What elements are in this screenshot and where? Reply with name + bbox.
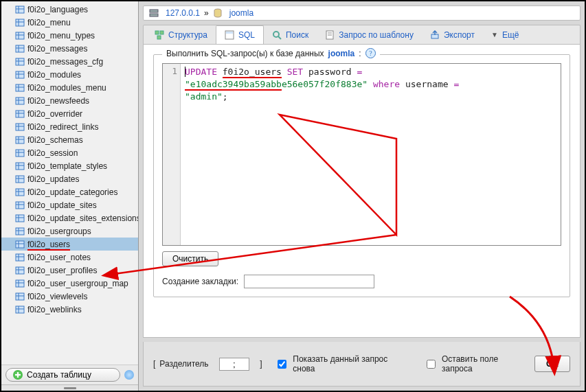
svg-rect-39: [16, 176, 24, 183]
tab-sql[interactable]: SQL: [216, 25, 264, 45]
table-icon: [15, 161, 25, 171]
table-icon: [15, 187, 25, 197]
svg-rect-76: [160, 31, 164, 34]
svg-line-81: [278, 36, 281, 39]
table-icon: [15, 31, 25, 41]
search-icon: [272, 30, 282, 40]
export-icon: [430, 30, 440, 40]
tab-more[interactable]: ▼ Ещё: [483, 25, 527, 44]
table-icon: [15, 96, 25, 106]
tab-query-template[interactable]: Запрос по шаблону: [317, 25, 422, 44]
svg-rect-9: [16, 45, 24, 52]
svg-rect-66: [16, 293, 24, 300]
svg-rect-57: [16, 254, 24, 261]
table-icon: [15, 18, 25, 27]
breadcrumb-host[interactable]: 127.0.0.1: [166, 8, 200, 18]
clear-button[interactable]: Очистить: [162, 251, 218, 266]
tab-search[interactable]: Поиск: [264, 25, 317, 44]
sidebar-item-table[interactable]: f0i2o_menu: [1, 16, 138, 29]
svg-rect-48: [16, 215, 24, 222]
table-icon: [15, 214, 25, 223]
create-table-button[interactable]: Создать таблицу: [5, 368, 120, 382]
svg-rect-60: [16, 267, 24, 274]
keep-field-label: Оставить поле запроса: [442, 354, 530, 373]
svg-point-80: [273, 32, 279, 37]
bookmark-input[interactable]: [244, 275, 374, 288]
help-icon[interactable]: ?: [365, 48, 376, 58]
keep-field-checkbox[interactable]: [427, 360, 436, 369]
sidebar-item-table[interactable]: f0i2o_updates: [1, 172, 138, 185]
svg-rect-12: [16, 58, 24, 65]
svg-rect-15: [16, 71, 24, 78]
sidebar-item-table[interactable]: f0i2o_messages: [1, 42, 138, 55]
tab-export[interactable]: Экспорт: [422, 25, 483, 44]
sidebar-item-table[interactable]: f0i2o_weblinks: [1, 303, 138, 316]
svg-rect-73: [150, 14, 158, 16]
bookmark-label: Создание закладки:: [162, 277, 238, 286]
refresh-icon[interactable]: [124, 370, 134, 380]
ok-button[interactable]: OK: [534, 356, 570, 372]
table-icon: [15, 305, 25, 314]
table-icon: [15, 57, 25, 67]
sidebar-item-table[interactable]: f0i2o_modules_menu: [1, 81, 138, 94]
separator-input[interactable]: [219, 358, 249, 371]
show-again-checkbox[interactable]: [278, 360, 286, 369]
table-list: f0i2o_languagesf0i2o_menuf0i2o_menu_type…: [1, 1, 138, 365]
sql-legend: Выполнить SQL-запрос(ы) к базе данных jo…: [162, 48, 380, 58]
svg-rect-72: [150, 10, 158, 12]
svg-rect-77: [157, 36, 161, 39]
table-icon: [15, 292, 25, 301]
svg-rect-33: [16, 150, 24, 157]
sidebar-item-table[interactable]: f0i2o_template_styles: [1, 159, 138, 172]
sidebar-item-table[interactable]: f0i2o_modules: [1, 68, 138, 81]
sidebar-item-table[interactable]: f0i2o_users: [1, 238, 138, 251]
table-icon: [15, 240, 25, 249]
sidebar-item-table[interactable]: f0i2o_overrider: [1, 107, 138, 120]
sidebar-item-table[interactable]: f0i2o_schemas: [1, 133, 138, 146]
svg-rect-54: [16, 241, 24, 248]
sidebar-item-table[interactable]: f0i2o_redirect_links: [1, 120, 138, 133]
table-icon: [15, 148, 25, 158]
breadcrumb: 127.0.0.1 » joomla: [143, 5, 581, 21]
sidebar-item-table[interactable]: f0i2o_session: [1, 146, 138, 159]
table-icon: [15, 135, 25, 145]
table-icon: [15, 279, 25, 288]
splitter-horizontal[interactable]: [1, 384, 138, 391]
sidebar-item-table[interactable]: f0i2o_update_categories: [1, 185, 138, 198]
sidebar-item-table[interactable]: f0i2o_usergroups: [1, 224, 138, 238]
sql-tab-body: Выполнить SQL-запрос(ы) к базе данных jo…: [143, 44, 581, 338]
sidebar-item-table[interactable]: f0i2o_user_profiles: [1, 264, 138, 277]
sidebar-item-table[interactable]: f0i2o_languages: [1, 3, 138, 16]
svg-text:?: ?: [369, 49, 372, 57]
sql-footer: [ Разделитель ] Показать данный запрос с…: [143, 342, 581, 387]
table-icon: [15, 5, 25, 14]
show-again-label: Показать данный запрос снова: [293, 354, 411, 373]
table-icon: [15, 227, 25, 236]
svg-rect-42: [16, 189, 24, 196]
svg-rect-18: [16, 84, 24, 91]
svg-rect-36: [16, 163, 24, 170]
tab-structure[interactable]: Структура: [146, 25, 216, 44]
table-icon: [15, 70, 25, 80]
svg-rect-75: [155, 31, 159, 34]
separator-label: Разделитель: [159, 359, 208, 369]
svg-rect-79: [226, 32, 233, 34]
table-icon: [15, 200, 25, 210]
sql-editor[interactable]: 1 UPDATE f0i2o_users SET password = "e10…: [162, 63, 561, 246]
sidebar-item-table[interactable]: f0i2o_viewlevels: [1, 290, 138, 303]
sidebar-item-table[interactable]: f0i2o_menu_types: [1, 29, 138, 42]
tabs: Структура SQL Поиск Запрос по шаблону Эк…: [143, 25, 581, 44]
sidebar-item-table[interactable]: f0i2o_messages_cfg: [1, 55, 138, 68]
sidebar-item-table[interactable]: f0i2o_update_sites: [1, 198, 138, 211]
svg-rect-51: [16, 228, 24, 235]
main-panel: 127.0.0.1 » joomla Структура SQL Поиск: [139, 1, 585, 391]
sidebar-item-table[interactable]: f0i2o_user_notes: [1, 251, 138, 264]
sidebar-item-table[interactable]: f0i2o_user_usergroup_map: [1, 277, 138, 290]
sidebar: f0i2o_languagesf0i2o_menuf0i2o_menu_type…: [1, 1, 139, 391]
sidebar-item-table[interactable]: f0i2o_update_sites_extensions: [1, 211, 138, 224]
svg-rect-30: [16, 137, 24, 143]
table-icon: [15, 83, 25, 93]
table-icon: [15, 44, 25, 54]
sidebar-item-table[interactable]: f0i2o_newsfeeds: [1, 94, 138, 107]
breadcrumb-db[interactable]: joomla: [229, 8, 253, 18]
